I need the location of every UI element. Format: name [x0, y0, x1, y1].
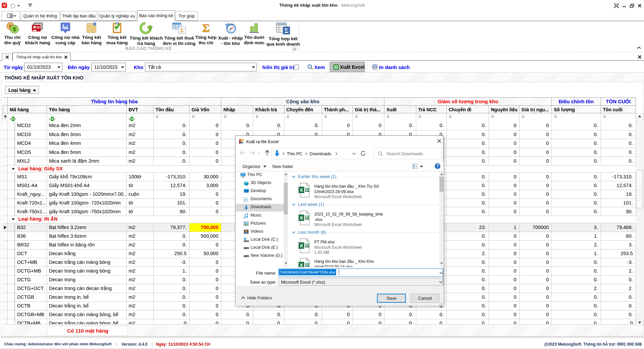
svg-text:X: X [300, 262, 303, 267]
svg-text:Σ: Σ [284, 27, 288, 34]
svg-text:Σ: Σ [180, 27, 183, 33]
svg-text:X: X [300, 215, 303, 221]
svg-text:X: X [300, 187, 303, 193]
svg-text:Σ: Σ [202, 22, 210, 34]
svg-text:X: X [300, 243, 303, 248]
svg-text:$: $ [13, 26, 16, 33]
